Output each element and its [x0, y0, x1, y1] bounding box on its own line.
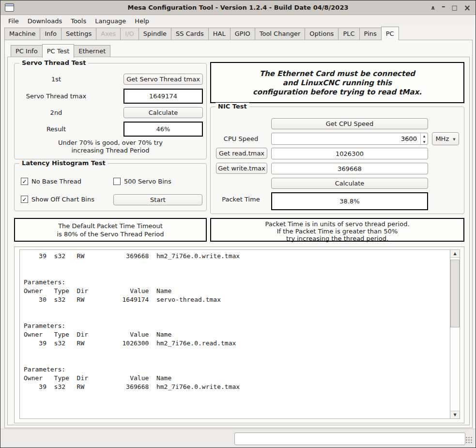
result-entry[interactable]: 46%	[123, 122, 203, 137]
menu-language[interactable]: Language	[91, 16, 130, 26]
packet-units-notice: Packet Time is in units of servo thread …	[210, 218, 464, 242]
checkbox-box: ✓	[21, 196, 28, 203]
nic-test-label: NIC Test	[215, 103, 249, 110]
cpu-speed-label: CPU Speed	[211, 135, 271, 142]
shade-icon[interactable]: ∧	[430, 4, 435, 11]
nic-test-frame: NIC Test Get CPU Speed CPU Speed ▲ ▼ MHz…	[210, 107, 464, 214]
result-label: Result	[20, 125, 92, 133]
tab-spindle[interactable]: Spindle	[138, 28, 171, 40]
check-icon: ✓	[22, 178, 27, 185]
tab-gpio[interactable]: GPIO	[230, 28, 255, 40]
servo-thread-test-label: Servo Thread Test	[19, 59, 88, 66]
cpu-speed-spin-buttons: ▲ ▼	[420, 133, 428, 144]
read-tmax-entry[interactable]: 1026300	[271, 148, 428, 159]
resize-grip-icon[interactable]	[465, 436, 473, 444]
first-label: 1st	[20, 76, 92, 83]
tab-settings[interactable]: Settings	[61, 28, 96, 40]
window-title: Mesa Configuration Tool - Version 1.2.4 …	[0, 4, 476, 11]
scroll-down-icon[interactable]: ▼	[450, 411, 460, 418]
subtab-pc-info[interactable]: PC Info	[11, 45, 43, 57]
start-button[interactable]: Start	[113, 194, 202, 205]
tab-pins[interactable]: Pins	[359, 28, 382, 40]
hal-output-textarea[interactable]: 39 s32 RW 369668 hm2_7i76e.0.write.tmax …	[19, 249, 450, 419]
packet-time-entry[interactable]: 38.8%	[271, 192, 428, 210]
packet-time-label: Packet Time	[211, 196, 271, 203]
packet-timeout-notice: The Default Packet Time Timeout is 80% o…	[14, 218, 207, 242]
scroll-up-icon[interactable]: ▲	[450, 250, 460, 258]
tab-machine[interactable]: Machine	[4, 28, 40, 40]
spinner-down-icon[interactable]: ▼	[421, 139, 428, 145]
nic-calculate-button[interactable]: Calculate	[271, 178, 428, 189]
subtab-ethernet[interactable]: Ethernet	[74, 45, 110, 57]
menu-downloads[interactable]: Downloads	[23, 16, 66, 26]
title-bar[interactable]: Mesa Configuration Tool - Version 1.2.4 …	[0, 0, 476, 15]
tab-options[interactable]: Options	[305, 28, 338, 40]
spinner-up-icon[interactable]: ▲	[421, 133, 428, 139]
menu-bar: File Downloads Tools Language Help	[0, 15, 476, 26]
show-off-chart-bins-label: Show Off Chart Bins	[31, 196, 94, 203]
latency-histogram-test-frame: Latency Histogram Test ✓ No Base Thread …	[14, 163, 207, 211]
servo-bins-checkbox[interactable]: 500 Servo Bins	[113, 178, 171, 185]
no-base-thread-checkbox[interactable]: ✓ No Base Thread	[21, 178, 81, 185]
tab-ss-cards[interactable]: SS Cards	[171, 28, 209, 40]
servo-thread-test-frame: Servo Thread Test 1st Get Servo Thread t…	[14, 63, 207, 159]
get-cpu-speed-button[interactable]: Get CPU Speed	[271, 118, 428, 129]
ethernet-notice: The Ethernet Card must be connected and …	[210, 62, 464, 103]
tab-pc[interactable]: PC	[381, 27, 399, 40]
no-base-thread-label: No Base Thread	[31, 178, 81, 185]
close-icon[interactable]: ×	[464, 4, 471, 11]
status-bar	[0, 429, 476, 448]
show-off-chart-bins-checkbox[interactable]: ✓ Show Off Chart Bins	[21, 196, 94, 203]
main-tab-bar: Machine Info Settings Axes I/O Spindle S…	[0, 26, 476, 40]
output-scrollbar[interactable]: ▲ ▼	[450, 249, 460, 419]
output-frame: 39 s32 RW 369668 hm2_7i76e.0.write.tmax …	[14, 247, 464, 423]
servo-calculate-button[interactable]: Calculate	[123, 107, 203, 118]
tab-hal[interactable]: HAL	[208, 28, 230, 40]
menu-tools[interactable]: Tools	[66, 16, 91, 26]
write-tmax-entry[interactable]: 369668	[271, 163, 428, 174]
scrollbar-thumb[interactable]	[450, 260, 460, 327]
cpu-speed-unit-combobox[interactable]: MHz ▼	[432, 132, 459, 145]
subtab-pc-test[interactable]: PC Test	[42, 44, 75, 58]
get-servo-thread-tmax-button[interactable]: Get Servo Thread tmax	[123, 74, 203, 85]
pc-tab-panel: PC Info PC Test Ethernet Servo Thread Te…	[4, 40, 473, 428]
checkbox-box	[113, 178, 121, 185]
tab-axes: Axes	[96, 28, 121, 40]
pc-test-panel: Servo Thread Test 1st Get Servo Thread t…	[7, 57, 470, 425]
servo-bins-label: 500 Servo Bins	[124, 178, 171, 185]
cpu-speed-input[interactable]	[272, 133, 420, 144]
tab-tool-changer[interactable]: Tool Changer	[255, 28, 306, 40]
chevron-down-icon: ▼	[453, 138, 455, 141]
tab-io: I/O	[120, 28, 138, 40]
tab-info[interactable]: Info	[40, 28, 61, 40]
checkbox-box: ✓	[21, 178, 28, 185]
get-write-tmax-button[interactable]: Get write.tmax	[216, 163, 267, 174]
app-window: Mesa Configuration Tool - Version 1.2.4 …	[0, 0, 476, 448]
maximize-icon[interactable]: □	[451, 4, 457, 11]
tab-plc[interactable]: PLC	[338, 28, 359, 40]
minimize-icon[interactable]: –	[442, 3, 445, 10]
check-icon: ✓	[22, 196, 27, 203]
servo-test-hint: Under 70% is good, over 70% try increasi…	[15, 139, 206, 154]
menu-file[interactable]: File	[4, 16, 23, 26]
second-label: 2nd	[20, 109, 92, 116]
status-entry[interactable]	[234, 433, 465, 445]
servo-thread-tmax-label: Servo Thread tmax	[20, 93, 92, 100]
servo-thread-tmax-entry[interactable]: 1649174	[123, 89, 203, 104]
cpu-speed-spinbox: ▲ ▼	[271, 133, 428, 145]
get-read-tmax-button[interactable]: Get read.tmax	[216, 148, 267, 159]
cpu-speed-unit-value: MHz	[435, 135, 449, 142]
pc-sub-tab-bar: PC Info PC Test Ethernet	[11, 44, 110, 57]
latency-histogram-test-label: Latency Histogram Test	[19, 159, 108, 167]
menu-help[interactable]: Help	[130, 16, 154, 26]
window-controls: ∧ – □ ×	[430, 0, 471, 15]
